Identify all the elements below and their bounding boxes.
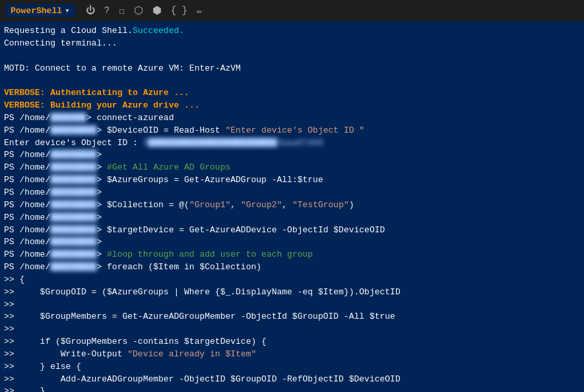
line-ps5: PS /home/█████████> $AzureGroups = Get-A…: [4, 174, 580, 187]
line-ps11: PS /home/█████████> #loop through and ad…: [4, 249, 580, 261]
line-ps2: PS /home/█████████> $DeviceOID = Read-Ho…: [4, 125, 580, 137]
titlebar: PowerShell ▾ ⏻ ? ☐ ⬡ ⬢ { } ✏: [0, 0, 584, 21]
upload-icon[interactable]: ⬡: [134, 4, 143, 17]
line-blank2: [4, 75, 580, 87]
line-ps12: PS /home/█████████> foreach ($Item in $C…: [4, 261, 580, 274]
line-if: >> if ($GroupMembers -contains $targetDe…: [4, 336, 580, 348]
line-ps9: PS /home/█████████> $targetDevice = Get-…: [4, 224, 580, 237]
line-brace-open: >> {: [4, 274, 580, 286]
line-conn: Connecting terminal...: [4, 38, 580, 50]
line-groupoid: >> $GroupOID = ($AzureGroups | Where {$_…: [4, 286, 580, 299]
code-icon[interactable]: { }: [171, 5, 187, 16]
terminal[interactable]: Requesting a Cloud Shell.Succeeded. Conn…: [0, 21, 584, 392]
line-blank1: [4, 50, 580, 63]
line-else: >> } else {: [4, 361, 580, 374]
line-addmember: >> Add-AzureADGroupMember -ObjectID $Gro…: [4, 374, 580, 386]
edit-icon[interactable]: ✏: [197, 5, 202, 16]
line-ps7: PS /home/█████████> $Collection = @("Gro…: [4, 199, 580, 212]
powershell-brand[interactable]: PowerShell ▾: [5, 4, 75, 17]
line-enter: Enter device's Object ID : 3████████████…: [4, 137, 580, 150]
line-ps8: PS /home/█████████>: [4, 212, 580, 224]
dropdown-arrow[interactable]: ▾: [65, 5, 70, 16]
line-ps6: PS /home/█████████>: [4, 187, 580, 199]
line-blank3: >>: [4, 299, 580, 311]
line-motd: MOTD: Connect to a remote Azure VM: Ente…: [4, 63, 580, 75]
line-ps3: PS /home/█████████>: [4, 149, 580, 162]
window-icon[interactable]: ☐: [119, 5, 124, 16]
line-writeoutput: >> Write-Output "Device already in $Item…: [4, 348, 580, 361]
line-groupmem: >> $GroupMembers = Get-AzureADGroupMembe…: [4, 311, 580, 323]
help-icon[interactable]: ?: [104, 5, 110, 16]
line-ps1: PS /home/███████> connect-azuread: [4, 112, 580, 125]
power-icon[interactable]: ⏻: [86, 5, 95, 16]
line-verbose1: VERBOSE: Authenticating to Azure ...: [4, 87, 580, 100]
line-ps10: PS /home/█████████>: [4, 236, 580, 249]
line-brace-close-inner: >> }: [4, 385, 580, 392]
line-verbose2: VERBOSE: Building your Azure drive ...: [4, 100, 580, 112]
success-text: Succeeded.: [133, 26, 184, 36]
powershell-label: PowerShell: [11, 6, 62, 16]
titlebar-icons: ⏻ ? ☐ ⬡ ⬢ { } ✏: [86, 4, 203, 17]
line-req: Requesting a Cloud Shell.Succeeded.: [4, 25, 580, 38]
download-icon[interactable]: ⬢: [152, 4, 162, 17]
line-ps4: PS /home/█████████> #Get All Azure AD Gr…: [4, 162, 580, 174]
line-blank4: >>: [4, 323, 580, 336]
